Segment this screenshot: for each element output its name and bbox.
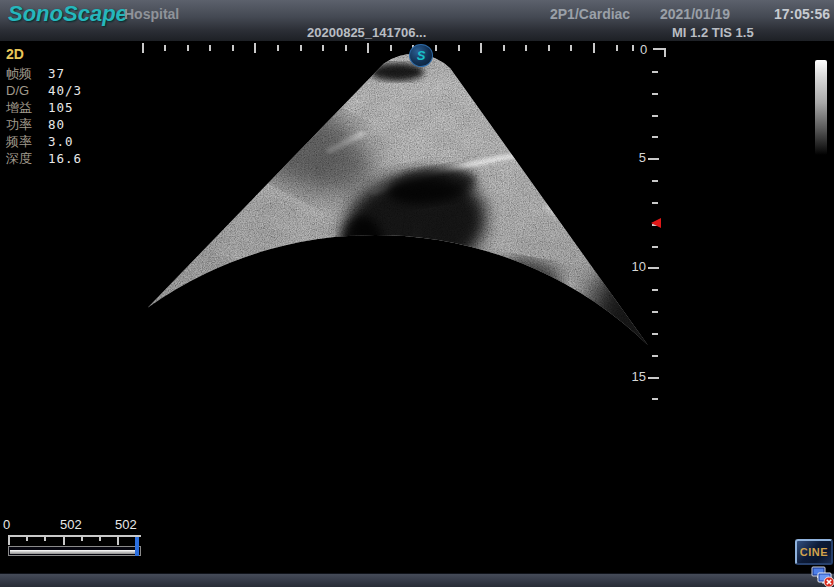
cine-ruler-tick	[99, 536, 101, 541]
sonoscape-logo: SonoScape	[8, 1, 128, 27]
ruler-tick	[390, 45, 392, 51]
param-label: 频率	[6, 133, 48, 150]
param-label: 深度	[6, 150, 48, 167]
ruler-tick	[142, 43, 144, 53]
param-value: 40/3	[48, 82, 82, 99]
cine-ruler-tick	[81, 536, 83, 541]
cine-scale-start: 0	[3, 517, 10, 532]
cine-ruler-tick	[117, 536, 119, 545]
ruler-tick	[616, 45, 618, 51]
cine-progress-band	[10, 550, 139, 554]
probe-preset: 2P1/Cardiac	[550, 6, 630, 22]
ruler-corner-mark	[653, 48, 666, 57]
ruler-tick	[458, 45, 460, 51]
system-date: 2021/01/19	[660, 6, 730, 22]
param-label: 增益	[6, 99, 48, 116]
system-time: 17:05:56	[774, 6, 830, 22]
depth-ruler-tick	[652, 289, 658, 291]
ruler-tick	[209, 45, 211, 51]
grayscale-map-bar	[815, 60, 827, 155]
ruler-tick	[254, 43, 256, 53]
param-label: 帧频	[6, 65, 48, 82]
cine-ruler-tick	[63, 536, 65, 545]
ruler-tick	[632, 45, 634, 51]
param-row-frequency: 频率 3.0	[6, 133, 82, 150]
param-label: D/G	[6, 82, 48, 99]
param-label: 功率	[6, 116, 48, 133]
mi-tis-readout: MI 1.2 TIS 1.5	[672, 25, 754, 40]
depth-ruler-tick	[652, 136, 658, 138]
cine-position-cursor[interactable]	[135, 537, 139, 556]
probe-orientation-marker: S	[409, 44, 433, 67]
ruler-tick	[300, 45, 302, 51]
ruler-tick	[503, 45, 505, 51]
ruler-tick	[435, 45, 437, 51]
ruler-tick	[187, 45, 189, 51]
cine-scale-end: 502	[115, 517, 137, 532]
cine-progress-track[interactable]	[8, 546, 141, 556]
cine-ruler-tick	[44, 536, 46, 541]
ruler-tick	[570, 45, 572, 51]
depth-ruler-tick	[652, 398, 658, 400]
network-disconnected-icon[interactable]	[811, 566, 834, 587]
hospital-name: Hospital	[124, 6, 179, 22]
param-value: 105	[48, 99, 74, 116]
ruler-tick	[345, 45, 347, 51]
depth-ruler-tick	[648, 158, 659, 160]
depth-ruler-tick	[652, 333, 658, 335]
cine-scale-mid: 502	[60, 517, 82, 532]
focus-marker-icon[interactable]	[651, 218, 661, 228]
depth-zero-label: 0	[640, 42, 647, 57]
depth-ruler-label: 5	[628, 150, 646, 165]
depth-ruler-tick	[652, 355, 658, 357]
depth-ruler-tick	[652, 115, 658, 117]
ruler-tick	[164, 45, 166, 51]
study-id: 20200825_141706...	[307, 25, 426, 40]
depth-ruler-label: 10	[628, 259, 646, 274]
status-bar	[0, 573, 834, 587]
depth-ruler-tick	[652, 180, 658, 182]
depth-ruler-label: 15	[628, 369, 646, 384]
ruler-tick	[322, 45, 324, 51]
ruler-tick	[593, 43, 595, 53]
param-value: 80	[48, 116, 65, 133]
cine-button[interactable]: CINE	[795, 539, 833, 565]
param-row-depth: 深度 16.6	[6, 150, 82, 167]
param-row-framerate: 帧频 37	[6, 65, 82, 82]
ruler-tick	[548, 45, 550, 51]
depth-ruler-tick	[652, 246, 658, 248]
mode-label: 2D	[6, 46, 82, 63]
depth-ruler-tick	[652, 202, 658, 204]
ruler-tick	[367, 43, 369, 53]
param-value: 16.6	[48, 150, 82, 167]
depth-ruler-tick	[652, 311, 658, 313]
param-value: 3.0	[48, 133, 74, 150]
image-parameter-panel: 2D 帧频 37 D/G 40/3 增益 105 功率 80 频率 3.0 深度…	[6, 46, 82, 167]
ruler-tick	[232, 45, 234, 51]
param-row-dg: D/G 40/3	[6, 82, 82, 99]
depth-ruler-tick	[652, 93, 658, 95]
param-row-power: 功率 80	[6, 116, 82, 133]
ultrasound-sector-image	[0, 0, 834, 587]
depth-ruler-tick	[648, 377, 659, 379]
title-bar: SonoScape Hospital 2P1/Cardiac 2021/01/1…	[0, 0, 834, 42]
depth-ruler-tick	[648, 267, 659, 269]
depth-ruler-tick	[652, 71, 658, 73]
ruler-tick	[277, 45, 279, 51]
cine-ruler-tick	[8, 536, 10, 545]
ruler-tick	[525, 45, 527, 51]
cine-ruler-tick	[26, 536, 28, 541]
param-value: 37	[48, 65, 65, 82]
ruler-tick	[480, 43, 482, 53]
ultrasound-screen: SonoScape Hospital 2P1/Cardiac 2021/01/1…	[0, 0, 834, 587]
param-row-gain: 增益 105	[6, 99, 82, 116]
